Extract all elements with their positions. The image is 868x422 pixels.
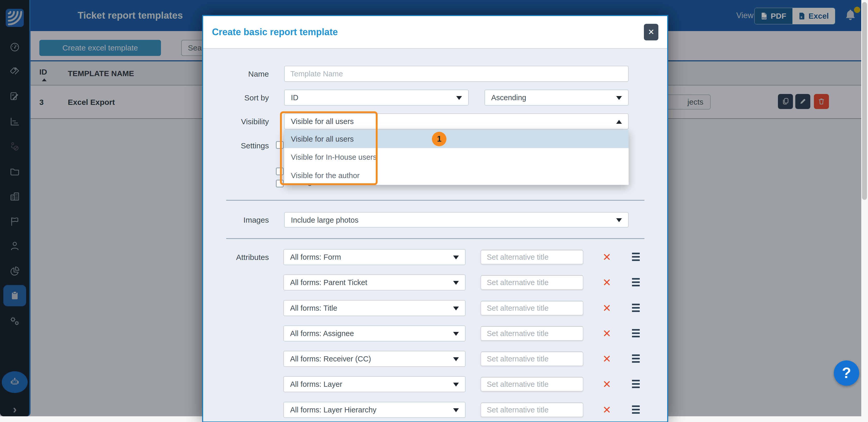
chevron-down-icon: [456, 96, 462, 100]
attribute-field-select[interactable]: All forms: Assignee: [283, 325, 466, 341]
alternative-title-input[interactable]: [480, 377, 583, 391]
template-name-input[interactable]: [284, 66, 629, 82]
attribute-field-select[interactable]: All forms: Form: [283, 249, 466, 265]
alternative-title-input[interactable]: [480, 301, 583, 315]
images-value: Include large photos: [291, 213, 359, 228]
remove-attribute-button[interactable]: ✕: [599, 251, 615, 263]
attribute-field-value: All forms: Assignee: [290, 326, 354, 341]
drag-handle-icon[interactable]: [632, 405, 640, 416]
chevron-down-icon: [453, 306, 459, 310]
remove-attribute-button[interactable]: ✕: [599, 353, 615, 365]
drag-handle-icon[interactable]: [632, 380, 640, 390]
drag-handle-icon[interactable]: [632, 355, 640, 364]
sort-direction-value: Ascending: [491, 90, 526, 105]
attribute-field-select[interactable]: All forms: Receiver (CC): [283, 351, 466, 367]
attribute-row: All forms: Assignee ✕: [203, 325, 667, 341]
chevron-down-icon: [453, 332, 459, 336]
sort-field-select[interactable]: ID: [284, 90, 469, 106]
images-label: Images: [212, 216, 269, 224]
attribute-field-select[interactable]: All forms: Layer Hierarchy: [283, 402, 466, 418]
remove-attribute-button[interactable]: ✕: [599, 276, 615, 289]
attribute-field-value: All forms: Receiver (CC): [290, 351, 371, 366]
help-button[interactable]: ?: [834, 360, 859, 386]
annotation-step-badge: 1: [432, 132, 446, 146]
chevron-down-icon: [453, 408, 459, 412]
attribute-field-value: All forms: Title: [290, 301, 337, 315]
section-divider: [226, 200, 644, 201]
chevron-down-icon: [616, 218, 622, 222]
attribute-row: All forms: Title ✕: [203, 300, 667, 316]
vertical-scrollbar[interactable]: [861, 0, 868, 422]
attribute-field-select[interactable]: All forms: Parent Ticket: [283, 274, 466, 291]
sort-by-label: Sort by: [212, 93, 269, 102]
vertical-scrollbar-thumb[interactable]: [862, 2, 867, 200]
alternative-title-input[interactable]: [480, 326, 583, 341]
attribute-field-value: All forms: Layer Hierarchy: [290, 402, 376, 417]
attribute-field-value: All forms: Form: [290, 249, 341, 265]
alternative-title-input[interactable]: [480, 402, 583, 417]
attribute-field-select[interactable]: All forms: Layer: [283, 376, 466, 392]
alternative-title-input[interactable]: [480, 352, 583, 366]
chevron-up-icon: [616, 120, 622, 124]
alternative-title-input[interactable]: [480, 250, 583, 264]
drag-handle-icon[interactable]: [632, 278, 640, 288]
modal-close-button[interactable]: ✕: [644, 24, 658, 40]
attribute-field-value: All forms: Parent Ticket: [290, 275, 367, 290]
attribute-row: All forms: Layer Hierarchy ✕: [203, 402, 667, 418]
drag-handle-icon[interactable]: [632, 304, 640, 314]
modal-header: Create basic report template ✕: [203, 16, 667, 49]
attribute-row: All forms: Layer ✕: [203, 376, 667, 392]
alternative-title-input[interactable]: [480, 275, 583, 290]
remove-attribute-button[interactable]: ✕: [599, 378, 615, 390]
name-label: Name: [212, 70, 269, 79]
settings-label: Settings: [212, 141, 269, 150]
attribute-row: All forms: Form ✕: [203, 249, 667, 265]
sort-field-value: ID: [291, 90, 299, 105]
modal-title: Create basic report template: [212, 16, 338, 48]
section-divider: [226, 238, 644, 239]
images-select[interactable]: Include large photos: [284, 212, 629, 228]
remove-attribute-button[interactable]: ✕: [599, 404, 615, 416]
tutorial-annotation-rectangle: [280, 111, 378, 185]
sort-direction-select[interactable]: Ascending: [485, 90, 629, 106]
create-report-template-modal: Create basic report template ✕ Name Sort…: [202, 15, 668, 422]
chevron-down-icon: [453, 357, 459, 361]
attribute-field-value: All forms: Layer: [290, 377, 342, 392]
chevron-down-icon: [453, 383, 459, 387]
attribute-field-select[interactable]: All forms: Title: [283, 300, 466, 316]
chevron-down-icon: [453, 281, 459, 285]
remove-attribute-button[interactable]: ✕: [599, 328, 615, 339]
chevron-down-icon: [453, 255, 459, 260]
chevron-down-icon: [616, 96, 622, 100]
attribute-row: All forms: Parent Ticket ✕: [203, 274, 667, 291]
drag-handle-icon[interactable]: [632, 253, 640, 263]
visibility-label: Visibility: [212, 117, 269, 126]
attribute-row: All forms: Receiver (CC) ✕: [203, 351, 667, 367]
remove-attribute-button[interactable]: ✕: [599, 302, 615, 314]
drag-handle-icon[interactable]: [632, 329, 640, 339]
